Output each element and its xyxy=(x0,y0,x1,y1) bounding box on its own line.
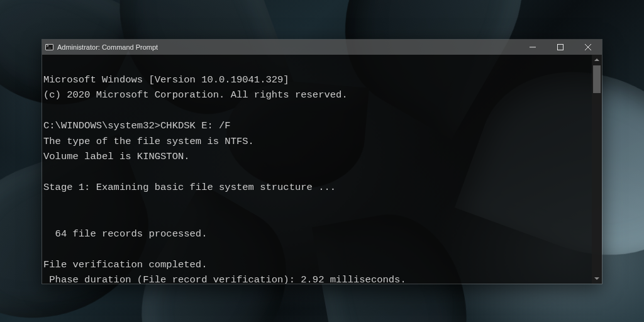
terminal-line: Stage 1: Examining basic file system str… xyxy=(43,182,336,193)
terminal-line: Microsoft Windows [Version 10.0.19041.32… xyxy=(43,74,289,86)
titlebar[interactable]: Administrator: Command Prompt xyxy=(42,40,602,55)
window-controls xyxy=(519,40,602,55)
cmd-icon xyxy=(45,44,53,50)
terminal-line: File verification completed. xyxy=(43,259,207,270)
scroll-up-button[interactable] xyxy=(592,55,602,65)
terminal-output[interactable]: Microsoft Windows [Version 10.0.19041.32… xyxy=(42,55,592,284)
terminal-line: C:\WINDOWS\system32>CHKDSK E: /F xyxy=(43,120,231,131)
terminal-line: 64 file records processed. xyxy=(43,228,207,240)
scroll-down-button[interactable] xyxy=(592,274,602,284)
close-button[interactable] xyxy=(574,40,602,55)
app-icon-box xyxy=(42,40,56,55)
scroll-thumb[interactable] xyxy=(593,65,601,93)
chevron-down-icon xyxy=(594,276,599,281)
window-title: Administrator: Command Prompt xyxy=(56,43,158,51)
terminal-line: Volume label is KINGSTON. xyxy=(43,151,190,162)
close-icon xyxy=(585,44,591,50)
terminal-line: Phase duration (File record verification… xyxy=(43,274,406,284)
terminal-line: The type of the file system is NTFS. xyxy=(43,136,254,147)
terminal-line: (c) 2020 Microsoft Corporation. All righ… xyxy=(43,89,348,101)
maximize-icon xyxy=(557,44,564,50)
command-prompt-window: Administrator: Command Prompt Microsoft … xyxy=(42,39,602,284)
svg-rect-0 xyxy=(558,45,564,50)
scrollbar[interactable] xyxy=(592,55,602,284)
minimize-icon xyxy=(530,44,536,50)
maximize-button[interactable] xyxy=(547,40,574,55)
terminal-area: Microsoft Windows [Version 10.0.19041.32… xyxy=(42,55,602,284)
minimize-button[interactable] xyxy=(519,40,547,55)
chevron-up-icon xyxy=(594,57,599,62)
